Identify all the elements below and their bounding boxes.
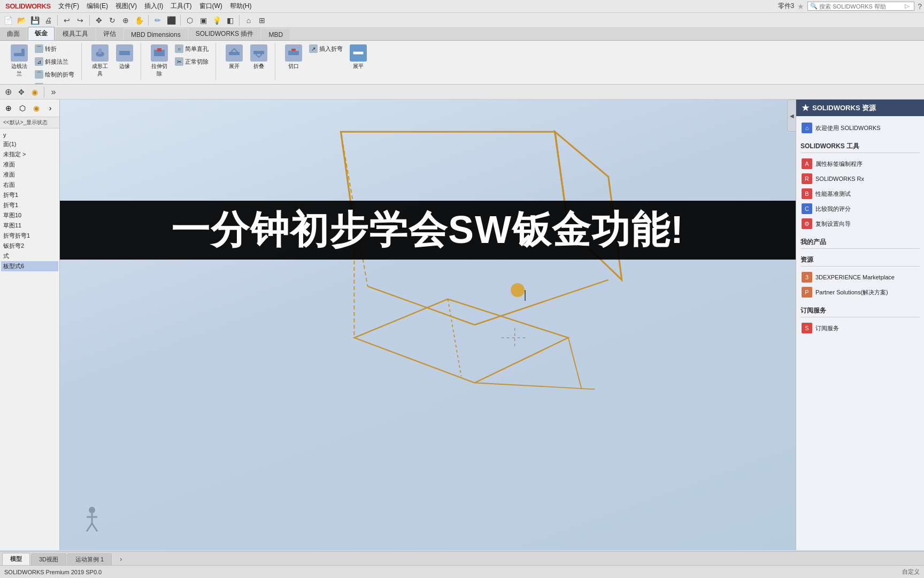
bottom-tab-motion[interactable]: 运动算例 1 (67, 553, 112, 565)
rp-benchmark-label: 性能基准测试 (815, 190, 851, 198)
tab-mold[interactable]: 模具工具 (56, 27, 95, 40)
print-btn[interactable]: 🖨 (42, 14, 54, 26)
tree-item-sketch11[interactable]: 草图11 (1, 220, 58, 231)
expand-btn[interactable]: ⊞ (256, 14, 268, 26)
tab-sheetmetal[interactable]: 钣金 (28, 27, 55, 40)
menu-item-view[interactable]: 视图(V) (112, 1, 140, 12)
bottom-tab-3dview[interactable]: 3D视图 (31, 553, 66, 565)
tab-mbd[interactable]: MBD (261, 29, 290, 40)
tab-solidworks-plugins[interactable]: SOLIDWORKS 插件 (189, 27, 261, 40)
tab-surface[interactable]: 曲面 (0, 27, 27, 40)
btn-edge-flange[interactable]: 边线法兰 (7, 43, 31, 79)
command-toolbar: ⊕ ✥ ◉ » (0, 85, 924, 100)
tree-item-plane1[interactable]: 准面 (1, 159, 58, 170)
rp-benchmark[interactable]: B 性能基准测试 (800, 186, 920, 201)
search-input[interactable] (819, 3, 905, 10)
cmd-expand-arrow[interactable]: » (48, 86, 59, 98)
rp-partner[interactable]: P Partner Solutions(解决方案) (800, 285, 920, 300)
tree-item-bend1b[interactable]: 折弯1 (1, 200, 58, 210)
tree-item-style[interactable]: 式 (1, 251, 58, 261)
sidebar-icon-plus[interactable]: ⊕ (2, 102, 15, 115)
redo-btn[interactable]: ↪ (74, 14, 86, 26)
right-panel: ★ SOLIDWORKS 资源 ⌂ 欢迎使用 SOLIDWORKS SOLIDW… (796, 100, 924, 550)
tree-item-sketch10[interactable]: 草图10 (1, 210, 58, 220)
btn-simple-hole[interactable]: ○ 简单直孔 (172, 43, 211, 55)
rotate-btn[interactable]: ↻ (106, 14, 118, 26)
btn-forming-tool[interactable]: 成形工具 (88, 43, 112, 79)
menu-item-edit[interactable]: 编辑(E) (83, 1, 111, 12)
rp-subscription[interactable]: S 订阅服务 (800, 321, 920, 336)
rp-attr-editor[interactable]: A 属性标签编制程序 (800, 156, 920, 171)
svg-line-19 (475, 383, 595, 389)
tree-item-unspecified[interactable]: 未指定 > (1, 149, 58, 159)
menu-item-insert[interactable]: 插入(I) (141, 1, 166, 12)
cmd-select[interactable]: ⊕ (2, 86, 14, 98)
tree-item-plane2[interactable]: 准面 (1, 170, 58, 180)
tree-item-bend1[interactable]: 折弯1 (1, 190, 58, 200)
cmd-color[interactable]: ◉ (29, 86, 41, 98)
btn-drawn-bend[interactable]: ⌒ 绘制的折弯 (32, 69, 77, 80)
light-btn[interactable]: 💡 (211, 14, 222, 26)
section-view-btn[interactable]: ◧ (224, 14, 236, 26)
tab-mbd-dimensions[interactable]: MBD Dimensions (124, 29, 188, 40)
rp-marketplace[interactable]: 3 3DEXPERIENCE Marketplace (800, 270, 920, 285)
search-submit-icon[interactable]: ▷ (905, 3, 909, 10)
sketch-btn[interactable]: ✏ (152, 14, 164, 26)
tree-item-right-plane[interactable]: 右面 (1, 180, 58, 190)
btn-flatten[interactable]: 展平 (346, 43, 370, 72)
menu-item-tools[interactable]: 工具(T) (167, 1, 195, 12)
pan-btn[interactable]: ✋ (133, 14, 145, 26)
tree-item-face1[interactable]: 面(1) (1, 139, 58, 149)
open-btn[interactable]: 📂 (16, 14, 27, 26)
rp-header-icon: ★ (802, 103, 809, 113)
sidebar-icon-color[interactable]: ◉ (30, 102, 43, 115)
tab-evaluate[interactable]: 评估 (96, 27, 123, 40)
menu-item-window[interactable]: 窗口(W) (196, 1, 226, 12)
undo-btn[interactable]: ↩ (61, 14, 73, 26)
svg-rect-1 (21, 49, 25, 53)
question-icon[interactable]: ? (918, 2, 922, 11)
search-box[interactable]: 🔍 ▷ (807, 2, 914, 11)
rp-welcome-item[interactable]: ⌂ 欢迎使用 SOLIDWORKS (800, 120, 920, 135)
tree-item-y[interactable]: y (1, 131, 58, 139)
menu-item-file[interactable]: 文件(F) (55, 1, 82, 12)
bottom-tab-model[interactable]: 模型 (2, 553, 30, 565)
tree-item-fold2[interactable]: 钣折弯2 (1, 241, 58, 251)
btn-insert-bend[interactable]: ↗ 插入折弯 (306, 43, 345, 55)
rp-copy-settings[interactable]: ⚙ 复制设置向导 (800, 216, 920, 231)
home-btn[interactable]: ⌂ (243, 14, 255, 26)
customize-label[interactable]: 自定义 (902, 568, 920, 576)
zoom-btn[interactable]: ⊕ (120, 14, 132, 26)
feature-btn[interactable]: ⬛ (165, 14, 177, 26)
tree-header: <<默认>_显示状态 (0, 117, 59, 128)
sidebar-icon-grid[interactable]: ⬡ (16, 102, 29, 115)
main-canvas[interactable] (60, 100, 796, 550)
cmd-smart[interactable]: ✥ (16, 86, 27, 98)
btn-unfold[interactable]: 展开 (222, 43, 246, 72)
fold-label: 折叠 (253, 63, 264, 70)
rp-sw-rx[interactable]: R SOLIDWORKS Rx (800, 171, 920, 186)
right-panel-collapse-btn[interactable]: ◀ (787, 100, 796, 132)
view-orient-btn[interactable]: ⬡ (184, 14, 196, 26)
btn-extrude-cut[interactable]: 拉伸切除 (148, 43, 171, 79)
menu-item-help[interactable]: 帮助(H) (227, 1, 255, 12)
btn-miter-flange[interactable]: ⊿ 斜接法兰 (32, 56, 77, 67)
tree-item-style6[interactable]: 板型式6 (1, 261, 58, 271)
btn-transition[interactable]: ⌒ 转折 (32, 43, 77, 55)
display-mode-btn[interactable]: ▣ (197, 14, 209, 26)
rp-rx-label: SOLIDWORKS Rx (815, 176, 864, 182)
tabs-scroll-right[interactable]: › (115, 553, 127, 565)
rp-compare[interactable]: C 比较我的评分 (800, 201, 920, 216)
btn-notch[interactable]: 切口 (282, 43, 305, 72)
svg-rect-9 (288, 51, 299, 55)
new-btn[interactable]: 📄 (2, 14, 14, 26)
status-bar: SOLIDWORKS Premium 2019 SP0.0 自定义 (0, 565, 924, 578)
sidebar-icon-expand[interactable]: › (44, 102, 57, 115)
rp-resources-title: 资源 (800, 255, 920, 267)
btn-edge2[interactable]: 边缘 (113, 43, 136, 72)
btn-fold[interactable]: 折叠 (247, 43, 271, 72)
btn-normal-cut[interactable]: ✂ 正常切除 (172, 56, 211, 67)
select-btn[interactable]: ✥ (93, 14, 105, 26)
save-btn[interactable]: 💾 (29, 14, 41, 26)
tree-item-fold1[interactable]: 折弯折弯1 (1, 231, 58, 241)
